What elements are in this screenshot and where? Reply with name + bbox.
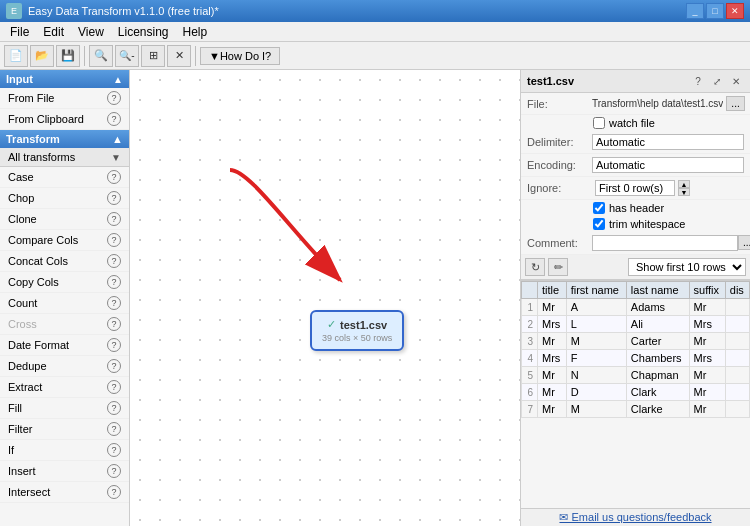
date-format-help-icon[interactable]: ? — [107, 338, 121, 352]
grid-button[interactable]: ⊞ — [141, 45, 165, 67]
how-do-i-button[interactable]: ▼How Do I? — [200, 47, 280, 65]
dedupe-help-icon[interactable]: ? — [107, 359, 121, 373]
if-help-icon[interactable]: ? — [107, 443, 121, 457]
ignore-spinner[interactable]: ▲ ▼ — [678, 180, 690, 196]
right-toolbar: ↻ ✏ Show first 10 rows — [521, 255, 750, 280]
toolbar-sep1 — [84, 46, 85, 66]
cross-help-icon[interactable]: ? — [107, 317, 121, 331]
app-icon: E — [6, 3, 22, 19]
browse-button[interactable]: ... — [726, 96, 744, 111]
compare-cols-help-icon[interactable]: ? — [107, 233, 121, 247]
expand-icon[interactable]: ⤢ — [709, 73, 725, 89]
file-path-text: Transform\help data\test1.csv — [592, 98, 723, 109]
window-controls[interactable]: _ □ ✕ — [686, 3, 744, 19]
extract-help-icon[interactable]: ? — [107, 380, 121, 394]
sidebar-item-count[interactable]: Count ? — [0, 293, 129, 314]
cell-dis — [725, 367, 749, 384]
cell-suffix: Mrs — [689, 316, 725, 333]
minimize-button[interactable]: _ — [686, 3, 704, 19]
input-section-header[interactable]: Input ▲ — [0, 70, 129, 88]
if-label: If — [8, 444, 14, 456]
menu-edit[interactable]: Edit — [37, 23, 70, 41]
clone-help-icon[interactable]: ? — [107, 212, 121, 226]
fill-help-icon[interactable]: ? — [107, 401, 121, 415]
sidebar-item-extract[interactable]: Extract ? — [0, 377, 129, 398]
sidebar-item-copy-cols[interactable]: Copy Cols ? — [0, 272, 129, 293]
all-transforms-row[interactable]: All transforms ▼ — [0, 148, 129, 167]
transform-section-header[interactable]: Transform ▲ — [0, 130, 129, 148]
zoom-in-button[interactable]: 🔍 — [89, 45, 113, 67]
delimiter-select[interactable]: Automatic — [592, 134, 744, 150]
count-help-icon[interactable]: ? — [107, 296, 121, 310]
menubar: File Edit View Licensing Help — [0, 22, 750, 42]
open-button[interactable]: 📂 — [30, 45, 54, 67]
sidebar-item-if[interactable]: If ? — [0, 440, 129, 461]
canvas[interactable]: ✓ test1.csv 39 cols × 50 rows — [130, 70, 520, 526]
from-file-label: From File — [8, 92, 54, 104]
sidebar-item-clone[interactable]: Clone ? — [0, 209, 129, 230]
sidebar-item-filter[interactable]: Filter ? — [0, 419, 129, 440]
sidebar-item-dedupe[interactable]: Dedupe ? — [0, 356, 129, 377]
menu-help[interactable]: Help — [177, 23, 214, 41]
trim-whitespace-row: trim whitespace — [521, 216, 750, 232]
cross-label: Cross — [8, 318, 37, 330]
copy-cols-help-icon[interactable]: ? — [107, 275, 121, 289]
from-file-help-icon[interactable]: ? — [107, 91, 121, 105]
transform-collapse-arrow[interactable]: ▲ — [112, 133, 123, 145]
menu-view[interactable]: View — [72, 23, 110, 41]
refresh-button[interactable]: ↻ — [525, 258, 545, 276]
csv-node[interactable]: ✓ test1.csv 39 cols × 50 rows — [310, 310, 404, 351]
intersect-help-icon[interactable]: ? — [107, 485, 121, 499]
sidebar-item-from-file[interactable]: From File ? — [0, 88, 129, 109]
table-row: 4 Mrs F Chambers Mrs — [522, 350, 750, 367]
has-header-checkbox[interactable] — [593, 202, 605, 214]
comment-label: Comment: — [527, 235, 592, 249]
menu-licensing[interactable]: Licensing — [112, 23, 175, 41]
show-first-select[interactable]: Show first 10 rows — [628, 258, 746, 276]
sidebar-item-date-format[interactable]: Date Format ? — [0, 335, 129, 356]
ignore-up-button[interactable]: ▲ — [678, 180, 690, 188]
filter-help-icon[interactable]: ? — [107, 422, 121, 436]
input-collapse-arrow[interactable]: ▲ — [113, 74, 123, 85]
comment-input[interactable] — [592, 235, 738, 251]
case-help-icon[interactable]: ? — [107, 170, 121, 184]
sidebar-item-chop[interactable]: Chop ? — [0, 188, 129, 209]
sidebar-item-concat-cols[interactable]: Concat Cols ? — [0, 251, 129, 272]
chop-help-icon[interactable]: ? — [107, 191, 121, 205]
encoding-select[interactable]: Automatic — [592, 157, 744, 173]
sidebar-item-intersect[interactable]: Intersect ? — [0, 482, 129, 503]
sidebar-item-from-clipboard[interactable]: From Clipboard ? — [0, 109, 129, 130]
watch-file-checkbox[interactable] — [593, 117, 605, 129]
ignore-down-button[interactable]: ▼ — [678, 188, 690, 196]
from-clipboard-help-icon[interactable]: ? — [107, 112, 121, 126]
comment-browse-button[interactable]: ... — [738, 235, 750, 250]
close-button[interactable]: ✕ — [726, 3, 744, 19]
all-transforms-label: All transforms — [8, 151, 75, 163]
all-transforms-arrow[interactable]: ▼ — [111, 152, 121, 163]
cell-first: N — [566, 367, 626, 384]
table-row: 1 Mr A Adams Mr — [522, 299, 750, 316]
cell-last: Carter — [626, 333, 689, 350]
menu-file[interactable]: File — [4, 23, 35, 41]
node-container[interactable]: ✓ test1.csv 39 cols × 50 rows — [310, 310, 404, 351]
edit-button[interactable]: ✏ — [548, 258, 568, 276]
cell-suffix: Mr — [689, 299, 725, 316]
ignore-input[interactable] — [595, 180, 675, 196]
toolbar-sep2 — [195, 46, 196, 66]
help-icon[interactable]: ? — [690, 73, 706, 89]
maximize-button[interactable]: □ — [706, 3, 724, 19]
footer-email-link[interactable]: ✉ Email us questions/feedback — [521, 508, 750, 526]
zoom-out-button[interactable]: 🔍- — [115, 45, 139, 67]
insert-help-icon[interactable]: ? — [107, 464, 121, 478]
sidebar-item-fill[interactable]: Fill ? — [0, 398, 129, 419]
clear-button[interactable]: ✕ — [167, 45, 191, 67]
trim-whitespace-checkbox[interactable] — [593, 218, 605, 230]
sidebar-item-insert[interactable]: Insert ? — [0, 461, 129, 482]
new-button[interactable]: 📄 — [4, 45, 28, 67]
close-panel-icon[interactable]: ✕ — [728, 73, 744, 89]
sidebar-item-cross[interactable]: Cross ? — [0, 314, 129, 335]
sidebar-item-compare-cols[interactable]: Compare Cols ? — [0, 230, 129, 251]
save-button[interactable]: 💾 — [56, 45, 80, 67]
sidebar-item-case[interactable]: Case ? — [0, 167, 129, 188]
concat-cols-help-icon[interactable]: ? — [107, 254, 121, 268]
